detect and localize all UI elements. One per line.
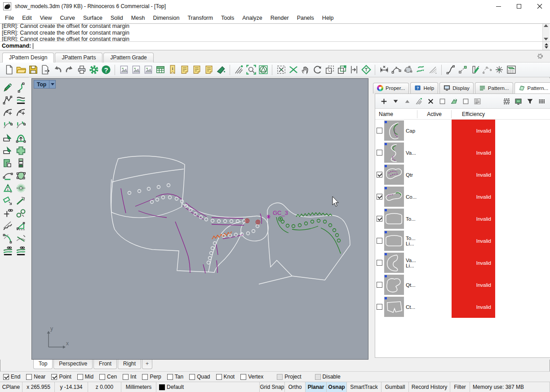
move-point-icon[interactable] xyxy=(457,64,469,76)
tab-pattern-manager[interactable]: Pattern... xyxy=(515,82,550,94)
status-cell[interactable]: Default xyxy=(156,382,260,392)
pattern-row[interactable]: Ct... Invalid xyxy=(375,296,550,318)
osnap-toggle[interactable]: Int xyxy=(123,374,136,380)
align-gate-icon[interactable] xyxy=(348,64,360,76)
move-down-icon[interactable] xyxy=(390,95,401,107)
menu-item[interactable]: Render xyxy=(266,13,293,23)
pattern-visible-checkbox[interactable] xyxy=(377,150,382,156)
jp-patch-icon[interactable] xyxy=(15,169,27,182)
jp-mirror-triangle-icon[interactable] xyxy=(2,182,14,194)
osnap-toggle[interactable]: Quad xyxy=(189,374,210,380)
plugin-tab[interactable]: JPattern Parts xyxy=(55,53,102,62)
move-up-icon[interactable] xyxy=(401,95,413,107)
maximize-button[interactable] xyxy=(509,0,529,13)
scroll-up-icon[interactable] xyxy=(544,24,549,27)
jp-rotate-rect-icon[interactable] xyxy=(2,195,14,207)
jp-arc-corner-icon[interactable] xyxy=(15,107,27,119)
scroll-down-icon[interactable] xyxy=(544,38,549,41)
command-spinner[interactable] xyxy=(542,42,550,50)
osnap-checkbox[interactable] xyxy=(216,374,222,380)
hatch-settings-icon[interactable] xyxy=(505,64,517,76)
minimize-button[interactable] xyxy=(488,0,509,13)
jp-link-circles-icon[interactable] xyxy=(15,207,27,219)
jp-corner-curves-icon[interactable] xyxy=(2,232,14,245)
delete-pattern-icon[interactable] xyxy=(425,95,436,107)
osnap-toggle[interactable]: Knot xyxy=(216,374,235,380)
menu-item[interactable]: Tools xyxy=(217,13,238,23)
jp-puzzle-icon[interactable] xyxy=(15,144,27,156)
pattern-visible-checkbox[interactable] xyxy=(377,304,382,310)
pattern-visible-checkbox[interactable] xyxy=(377,216,382,222)
cross-frame-icon[interactable] xyxy=(275,64,287,76)
menu-item[interactable]: Transform xyxy=(183,13,217,23)
status-cell[interactable]: z 0.000 xyxy=(88,382,121,392)
settings-gear-icon[interactable] xyxy=(88,64,100,76)
viewport-tab[interactable]: + xyxy=(142,360,152,369)
osnap-checkbox[interactable] xyxy=(240,374,246,380)
rotate-view-icon[interactable] xyxy=(311,64,324,76)
info-bookmark-icon[interactable] xyxy=(166,64,178,76)
pattern-row[interactable]: Co... Invalid xyxy=(375,186,550,208)
new-file-icon[interactable] xyxy=(3,64,15,76)
pattern-visible-checkbox[interactable] xyxy=(377,282,382,288)
status-cell[interactable]: Ortho xyxy=(285,382,306,392)
status-cell[interactable]: Gumball xyxy=(381,382,409,392)
menu-item[interactable]: Help xyxy=(318,13,338,23)
grid-view-icon[interactable] xyxy=(536,95,547,107)
text-diamond-icon[interactable] xyxy=(360,64,372,76)
osnap-toggle[interactable]: Perp xyxy=(142,374,161,380)
viewport-top[interactable]: GC_3 y x Top xyxy=(31,78,368,360)
jp-region-icon[interactable] xyxy=(2,157,14,169)
osnap-toggle[interactable]: End xyxy=(3,374,20,380)
viewport-tab[interactable]: Front xyxy=(93,360,117,369)
toolbar-options-gear-icon[interactable] xyxy=(537,53,544,60)
status-cell[interactable]: Filter xyxy=(450,382,470,392)
viewport-title-chip[interactable]: Top xyxy=(34,80,56,89)
curve-cross-icon[interactable] xyxy=(287,64,299,76)
osnap-checkbox[interactable] xyxy=(123,374,129,380)
circle-frame-icon[interactable] xyxy=(257,64,269,76)
osnap-checkbox[interactable] xyxy=(26,374,32,380)
pattern-visible-checkbox[interactable] xyxy=(377,172,382,178)
osnap-checkbox[interactable] xyxy=(3,374,9,380)
pattern-row[interactable]: Va... Invalid xyxy=(375,142,550,164)
pattern-row[interactable]: Cap Invalid xyxy=(375,120,550,142)
osnap-checkbox[interactable] xyxy=(142,374,148,380)
notes-icon[interactable] xyxy=(178,64,191,76)
surface-points-icon[interactable] xyxy=(402,64,414,76)
osnap-toggle[interactable]: Point xyxy=(51,374,71,380)
osnap-toggle[interactable]: Disable xyxy=(315,374,341,380)
jp-arc-point-icon[interactable] xyxy=(2,107,14,119)
status-cell[interactable]: Memory use: 387 MB xyxy=(470,382,550,392)
zoom-selected-icon[interactable] xyxy=(245,64,257,76)
jp-align-triangle-icon[interactable] xyxy=(15,220,27,232)
save-icon[interactable] xyxy=(27,64,39,76)
osnap-checkbox[interactable] xyxy=(99,374,105,380)
open-file-icon[interactable] xyxy=(15,64,27,76)
menu-item[interactable]: View xyxy=(36,13,56,23)
pin-rays-icon[interactable] xyxy=(413,95,425,107)
status-cell[interactable]: Grid Snap xyxy=(260,382,285,392)
osnap-toggle[interactable]: Vertex xyxy=(240,374,263,380)
add-pattern-icon[interactable] xyxy=(378,95,390,107)
jp-circles-icon[interactable] xyxy=(15,182,27,194)
menu-item[interactable]: Edit xyxy=(18,13,36,23)
status-cell[interactable]: CPlane xyxy=(0,382,22,392)
tab-pattern-list[interactable]: Pattern... xyxy=(475,82,513,94)
fade-lines-icon[interactable] xyxy=(426,64,439,76)
status-cell[interactable]: SmartTrack xyxy=(347,382,381,392)
flow-curves-icon[interactable] xyxy=(414,64,426,76)
pattern-visible-checkbox[interactable] xyxy=(377,260,382,266)
viewport-tab[interactable]: Top xyxy=(33,360,53,369)
image-detail-icon[interactable] xyxy=(142,64,154,76)
tab-properties[interactable]: Proper... xyxy=(373,83,409,94)
osnap-toggle[interactable]: Cen xyxy=(99,374,117,380)
jp-polyline-icon[interactable] xyxy=(2,94,14,106)
menu-item[interactable]: Solid xyxy=(106,13,127,23)
paste-frame-icon[interactable] xyxy=(336,64,348,76)
tab-help[interactable]: Help xyxy=(410,82,438,94)
osnap-checkbox[interactable] xyxy=(189,374,195,380)
jp-linked-curves-2-icon[interactable] xyxy=(15,245,27,257)
pattern-visible-checkbox[interactable] xyxy=(377,194,382,200)
dashed-arc-icon[interactable] xyxy=(481,64,493,76)
